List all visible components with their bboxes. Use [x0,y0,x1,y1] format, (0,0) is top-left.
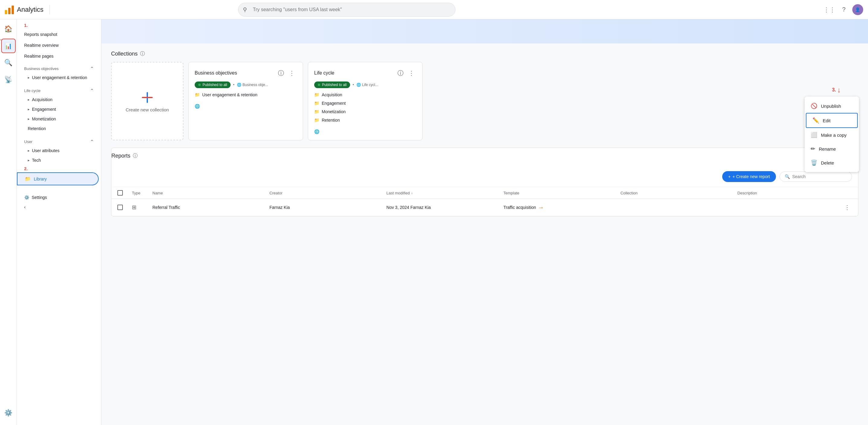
annotation-3-arrow: ↓ [837,86,841,94]
chevron-icon-3: ▸ [28,107,30,111]
grid-icon-button[interactable]: ⋮⋮ [823,4,835,16]
create-report-label: + Create new report [733,174,770,179]
rail-item-settings[interactable]: ⚙️ [1,406,16,420]
col-last-modified[interactable]: Last modified ↓ [386,191,501,195]
rail-item-home-wrapper: 🏠 [1,22,16,36]
left-rail: 🏠 📊 1. 🔍 📡 ⚙️ [0,19,17,425]
avatar-initial: 👤 [855,7,860,12]
dropdown-item-copy[interactable]: ⬜ Make a copy [805,128,859,142]
rail-item-advertising[interactable]: 📡 [1,72,16,87]
collections-section: Collections ⓘ Create new collection [111,51,858,140]
dropdown-anchor [414,68,417,70]
collections-title: Collections ⓘ [111,51,858,57]
collection-card-business[interactable]: Business objectives ⓘ ⋮ Published to all [188,62,303,140]
top-bar-right: ⋮⋮ ? 👤 [823,4,863,16]
globe-subtitle-icon: 🌐 [237,83,242,87]
rail-item-reports-wrapper: 📊 1. [1,39,16,53]
avatar[interactable]: 👤 [852,4,863,15]
create-report-button[interactable]: + + Create new report [722,171,776,182]
table-header: Type Name Creator Last modified ↓ Templa… [112,187,858,199]
row-more-button[interactable]: ⋮ [842,203,852,212]
dropdown-item-rename[interactable]: ✏ Rename [805,142,859,156]
search-reports-input[interactable] [792,174,847,179]
sidebar-item-reports-snapshot[interactable]: Reports snapshot [17,29,99,40]
main-content: Collections ⓘ Create new collection [101,19,868,425]
search-reports-bar: 🔍 [780,172,852,182]
dropdown-item-edit[interactable]: ✏️ Edit [806,113,858,128]
folder-icon-4: 📁 [314,109,319,114]
rename-icon: ✏ [811,146,815,152]
sidebar-item-realtime-pages[interactable]: Realtime pages [17,51,99,62]
sidebar-item-monetization[interactable]: ▸ Monetization [17,114,101,124]
tech-label: Tech [32,158,41,163]
business-card-title: Business objectives [195,70,237,76]
business-collapse-icon[interactable]: ⌃ [90,66,94,71]
delete-icon: 🗑️ [811,159,817,166]
pub-badge-row-lifecycle: Published to all • 🌐 Life cycl... [314,82,416,88]
help-icon-button[interactable]: ? [838,4,850,16]
card-actions-lifecycle: ⓘ ⋮ [396,68,416,78]
sidebar-item-realtime-overview[interactable]: Realtime overview [17,40,99,51]
acquisition-label: Acquisition [32,97,53,102]
lifecycle-more-button[interactable]: ⋮ [406,68,416,78]
reports-snapshot-label: Reports snapshot [24,32,57,37]
select-all-checkbox[interactable] [117,190,123,195]
chevron-icon: ▸ [28,75,30,80]
sidebar-item-library[interactable]: 📁 Library [17,172,99,185]
collections-help-icon[interactable]: ⓘ [140,51,145,57]
search-input[interactable] [238,3,456,17]
create-plus-icon [140,90,155,105]
sidebar-item-tech[interactable]: ▸ Tech [17,155,101,165]
sidebar-item-acquisition[interactable]: ▸ Acquisition [17,95,101,104]
dropdown-item-unpublish[interactable]: 🚫 Unpublish [805,99,859,113]
realtime-overview-label: Realtime overview [24,43,59,48]
reports-section: Reports ⓘ + + Create new report 🔍 [111,148,858,216]
folder-icon-1: 📁 [195,92,200,97]
reports-help-icon[interactable]: ⓘ [133,153,137,159]
row-last-modified: Nov 3, 2024 Farnaz Kia [386,205,501,210]
reports-toolbar: + + Create new report 🔍 [112,166,858,187]
business-more-button[interactable]: ⋮ [287,68,297,78]
row-more: ⋮ [737,203,852,212]
user-collapse-icon[interactable]: ⌃ [90,139,94,145]
published-label-business: Published to all [203,83,227,87]
create-collection-card[interactable]: Create new collection [111,62,184,140]
search-wrapper: ⚲ [238,3,456,17]
sidebar-item-retention[interactable]: Retention [17,124,101,133]
settings-row[interactable]: ⚙️ Settings [17,195,101,200]
chevron-icon-2: ▸ [28,97,30,102]
user-attributes-label: User attributes [32,148,59,153]
rail-item-reports[interactable]: 📊 [1,39,16,53]
svg-rect-1 [8,8,10,14]
row-checkbox[interactable] [117,205,123,210]
sidebar-item-engagement[interactable]: ▸ Engagement [17,104,101,114]
collapse-row[interactable]: ‹ [17,202,101,212]
rail-item-home[interactable]: 🏠 [1,22,16,36]
chevron-icon-6: ▸ [28,158,30,162]
create-collection-label: Create new collection [126,107,169,112]
unpublish-icon: 🚫 [811,103,817,109]
library-section: 2. 📁 Library [17,172,101,185]
card-actions-business: ⓘ ⋮ [276,68,297,78]
sidebar-section-user: User ⌃ [17,136,101,146]
user-engagement-label: User engagement & retention [32,75,87,80]
lifecycle-info-button[interactable]: ⓘ [396,68,405,78]
business-info-button[interactable]: ⓘ [276,68,286,78]
col-name: Name [152,191,267,195]
header-divider [50,5,50,14]
rail-item-explore[interactable]: 🔍 [1,56,16,70]
dropdown-item-delete[interactable]: 🗑️ Delete [805,156,859,170]
svg-rect-2 [12,5,14,14]
arrow-orange-icon: → [538,204,544,211]
col-collection: Collection [621,191,735,195]
sidebar-item-user-engagement[interactable]: ▸ User engagement & retention [17,73,101,82]
row-creator: Farnaz Kia [270,205,384,210]
collection-card-lifecycle[interactable]: Life cycle ⓘ ⋮ [308,62,423,140]
app-title: Analytics [17,6,43,13]
sidebar-item-user-attributes[interactable]: ▸ User attributes [17,146,101,155]
top-bar: Analytics ⚲ ⋮⋮ ? 👤 [0,0,868,19]
lifecycle-collapse-icon[interactable]: ⌃ [90,88,94,94]
report-type-icon: ⊞ [132,204,150,211]
explore-icon: 🔍 [4,59,12,67]
edit-label: Edit [823,118,831,123]
